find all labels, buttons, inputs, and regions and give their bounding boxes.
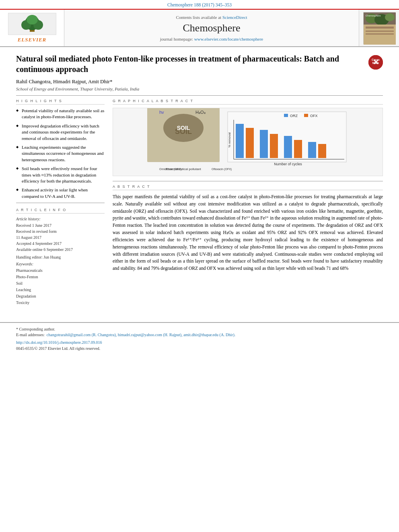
svg-text:OFX: OFX: [310, 114, 318, 118]
accepted-date: Accepted 4 September 2017: [16, 240, 105, 246]
journal-reference: Chemosphere 188 (2017) 345–353: [167, 2, 232, 7]
list-item: Pharmaceuticals: [16, 267, 105, 274]
svg-rect-12: [366, 31, 394, 32]
main-content: Natural soil mediated photo Fenton-like …: [0, 47, 399, 314]
journal-info-center: Contents lists available at ScienceDirec…: [64, 10, 359, 46]
article-info-heading: A R T I C L E I N F O: [16, 208, 105, 214]
svg-text:ORZ: ORZ: [290, 114, 298, 118]
svg-rect-36: [284, 114, 288, 117]
article-title: Natural soil mediated photo Fenton-like …: [16, 53, 364, 74]
left-column: H I G H L I G H T S Potential viability …: [16, 99, 105, 306]
svg-text:Cross: Cross: [372, 58, 380, 61]
contents-line: Contents lists available at ScienceDirec…: [176, 15, 247, 20]
svg-text:Chemosphere: Chemosphere: [366, 14, 381, 17]
svg-rect-30: [284, 136, 292, 158]
highlights-list: Potential viability of naturally availab…: [16, 108, 105, 199]
svg-text:H₂O₂: H₂O₂: [195, 110, 206, 115]
journal-name: Chemosphere: [183, 22, 241, 34]
list-item: Improved degradation efficiency with bat…: [16, 123, 105, 142]
svg-text:SOIL: SOIL: [177, 125, 190, 131]
list-item: Potential viability of naturally availab…: [16, 108, 105, 120]
list-item: Enhanced activity in solar light when co…: [16, 187, 105, 199]
footnote-section: * Corresponding author. E-mail addresses…: [0, 327, 399, 351]
cover-thumbnail-icon: Chemosphere: [364, 12, 396, 45]
graphical-abstract-image: SOIL SOIL hv H₂O₂: [113, 108, 383, 176]
svg-text:hv: hv: [159, 110, 164, 115]
keywords-label: Keywords:: [16, 262, 105, 266]
affiliation: School of Energy and Environment, Thapar…: [16, 86, 383, 91]
svg-rect-29: [270, 134, 278, 158]
homepage-line: journal homepage: www.elsevier.com/locat…: [160, 37, 263, 41]
cover-image-section: Chemosphere: [359, 10, 399, 46]
svg-text:Mark: Mark: [372, 62, 379, 64]
separator-3: [113, 181, 383, 181]
list-item: Leaching: [16, 287, 105, 293]
received-date: Received 1 June 2017: [16, 222, 105, 228]
svg-rect-27: [246, 128, 254, 158]
list-item: Soil: [16, 280, 105, 287]
list-item: Photo-Fenton: [16, 274, 105, 280]
elsevier-text: ELSEVIER: [18, 37, 47, 43]
graphical-abstract-svg: SOIL SOIL hv H₂O₂: [113, 108, 383, 176]
doi-line: http://dx.doi.org/10.1016/j.chemosphere.…: [16, 340, 383, 345]
corresponding-author: * Corresponding author.: [16, 327, 383, 331]
two-column-layout: H I G H L I G H T S Potential viability …: [16, 99, 383, 306]
article-title-section: Natural soil mediated photo Fenton-like …: [16, 53, 383, 74]
copyright-line: 0045-6535/© 2017 Elsevier Ltd. All right…: [16, 346, 383, 351]
handling-editor: Handling editor: Jun Huang: [16, 255, 105, 259]
svg-rect-26: [236, 124, 244, 158]
received-revised-date: 11 August 2017: [16, 234, 105, 240]
list-item: Soil beads were effectively reused for f…: [16, 166, 105, 184]
abstract-text: This paper manifests the potential viabi…: [113, 193, 383, 272]
abstract-heading: A B S T R A C T: [113, 185, 383, 190]
available-online: Available online 6 September 2017: [16, 246, 105, 253]
received-revised-label: Received in revised form: [16, 228, 105, 234]
svg-point-9: [385, 13, 395, 21]
journal-reference-bar: Chemosphere 188 (2017) 345–353: [0, 0, 399, 10]
doi-link[interactable]: http://dx.doi.org/10.1016/j.chemosphere.…: [16, 340, 102, 345]
svg-text:% removal: % removal: [228, 132, 231, 148]
svg-point-4: [27, 15, 38, 25]
history-label: Article history:: [16, 217, 105, 221]
elsevier-logo: ELSEVIER: [8, 13, 56, 43]
svg-rect-33: [318, 144, 326, 158]
list-item: Degradation: [16, 293, 105, 300]
graphical-abstract: G R A P H I C A L A B S T R A C T SOIL S…: [113, 99, 383, 176]
email-label: E-mail addresses:: [16, 333, 45, 337]
svg-rect-13: [366, 33, 394, 35]
abstract-section: A B S T R A C T This paper manifests the…: [113, 185, 383, 272]
sciencedirect-link[interactable]: ScienceDirect: [222, 15, 247, 20]
article-info: A R T I C L E I N F O Article history: R…: [16, 208, 105, 306]
list-item: Leaching experiments suggested the simul…: [16, 144, 105, 163]
email-addresses[interactable]: changotrarahil@gmail.com (R. Changotra),…: [47, 333, 235, 337]
highlights-heading: H I G H L I G H T S: [16, 99, 105, 105]
right-column: G R A P H I C A L A B S T R A C T SOIL S…: [113, 99, 383, 306]
bottom-section: * Corresponding author. E-mail addresses…: [0, 322, 399, 351]
graphical-abstract-heading: G R A P H I C A L A B S T R A C T: [113, 99, 383, 105]
svg-rect-32: [308, 142, 316, 158]
authors: Rahil Changotra, Himadri Rajput, Amit Dh…: [16, 78, 383, 85]
elsevier-tree-icon: [12, 15, 52, 33]
publisher-logo-section: ELSEVIER: [0, 10, 64, 46]
homepage-url[interactable]: www.elsevier.com/locate/chemosphere: [194, 37, 263, 41]
crossmark-icon: ✕ Cross Mark: [368, 55, 383, 70]
email-line: E-mail addresses: changotrarahil@gmail.c…: [16, 333, 383, 337]
svg-rect-11: [366, 27, 394, 29]
svg-rect-31: [294, 140, 302, 158]
svg-rect-28: [260, 130, 268, 158]
keywords-list: Pharmaceuticals Photo-Fenton Soil Leachi…: [16, 267, 105, 306]
crossmark[interactable]: ✕ Cross Mark: [368, 55, 383, 70]
separator-1: [16, 95, 383, 96]
elsevier-logo-box: [8, 13, 56, 35]
svg-text:Ofloxacin (OFX): Ofloxacin (OFX): [212, 168, 232, 171]
svg-text:Number of cycles: Number of cycles: [274, 162, 302, 166]
svg-rect-38: [304, 114, 308, 117]
journal-header: ELSEVIER Contents lists available at Sci…: [0, 10, 399, 47]
svg-text:Ornidazole (ORZ): Ornidazole (ORZ): [159, 168, 181, 171]
list-item: Toxicity: [16, 300, 105, 306]
separator-2: [16, 203, 105, 203]
cover-thumbnail: Chemosphere: [363, 12, 395, 44]
